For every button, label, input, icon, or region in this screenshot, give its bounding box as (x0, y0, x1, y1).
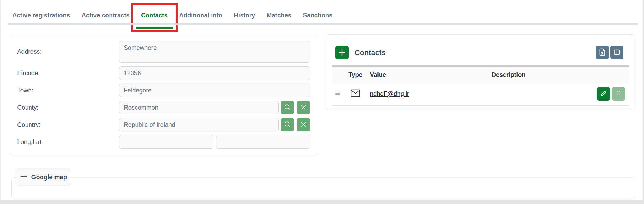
page-bottom-edge (0, 200, 644, 204)
county-lookup-button[interactable] (281, 101, 294, 114)
country-label: Country: (17, 121, 119, 128)
search-icon (283, 103, 292, 112)
drag-handle-icon[interactable] (332, 91, 348, 96)
form-row-country: Country: (17, 118, 310, 131)
table-row: ndhdF@dhg.ir (332, 82, 629, 106)
page: Active registrations Active contracts Co… (0, 0, 644, 204)
add-contact-button[interactable] (335, 46, 349, 59)
table-header-row: Type Value Description (332, 67, 629, 82)
page-left-edge (0, 0, 1, 204)
tab-sanctions[interactable]: Sanctions (303, 12, 332, 19)
eircode-label: Eircode: (17, 70, 119, 77)
edit-contact-button[interactable] (597, 87, 610, 101)
contact-value-link[interactable]: ndhdF@dhg.ir (370, 90, 409, 97)
contacts-header: Contacts (335, 46, 386, 59)
tab-active-contracts[interactable]: Active contracts (82, 12, 130, 19)
x-icon (300, 121, 307, 129)
google-map-button[interactable]: Google map (17, 168, 70, 186)
column-header-value: Value (370, 71, 492, 78)
contacts-panel-title: Contacts (355, 49, 386, 57)
contacts-toolbar (596, 46, 623, 59)
form-row-address: Address: Somewhere (17, 41, 310, 63)
county-clear-button[interactable] (297, 101, 310, 114)
tabbar-divider (8, 23, 638, 25)
tab-contacts[interactable]: Contacts (141, 12, 168, 19)
tab-bar: Active registrations Active contracts Co… (12, 8, 332, 23)
form-row-town: Town: (17, 84, 310, 97)
trash-icon (615, 90, 622, 98)
envelope-icon (348, 89, 370, 98)
google-map-button-label: Google map (31, 174, 67, 181)
tab-additional-info[interactable]: Additional info (179, 12, 222, 19)
tab-active-registrations[interactable]: Active registrations (12, 12, 70, 19)
town-label: Town: (17, 87, 119, 94)
eircode-input[interactable] (119, 66, 310, 80)
column-header-type: Type (348, 71, 370, 78)
contacts-table: Type Value Description (332, 65, 629, 106)
x-icon (300, 103, 307, 112)
tab-contacts-label: Contacts (141, 12, 168, 19)
address-label: Address: (17, 41, 119, 55)
country-input[interactable] (119, 118, 279, 131)
plus-icon (20, 172, 28, 182)
longitude-input[interactable] (119, 135, 213, 149)
town-input[interactable] (119, 84, 310, 97)
latitude-input[interactable] (216, 135, 310, 149)
export-excel-button[interactable] (596, 46, 609, 59)
form-row-longlat: Long,Lat: (17, 135, 310, 149)
pencil-icon (600, 90, 607, 98)
country-clear-button[interactable] (297, 118, 310, 131)
form-row-eircode: Eircode: (17, 66, 310, 80)
active-tab-indicator (136, 27, 173, 29)
column-header-description: Description (492, 71, 589, 78)
map-placeholder-panel (11, 177, 635, 198)
delete-contact-button[interactable] (612, 87, 625, 101)
address-input[interactable]: Somewhere (119, 41, 310, 63)
address-panel: Address: Somewhere Eircode: Town: County… (10, 35, 318, 155)
table-top-bar (332, 65, 629, 67)
contacts-panel: Contacts (326, 34, 635, 109)
search-icon (283, 120, 292, 129)
tab-history[interactable]: History (234, 12, 255, 19)
columns-icon-button[interactable] (610, 46, 623, 59)
country-lookup-button[interactable] (281, 118, 294, 131)
form-row-county: County: (17, 101, 310, 114)
row-actions (589, 87, 629, 101)
columns-icon (613, 48, 621, 57)
tab-matches[interactable]: Matches (267, 12, 291, 19)
county-input[interactable] (119, 101, 279, 114)
excel-file-icon (599, 48, 606, 57)
plus-icon (337, 48, 347, 58)
county-label: County: (17, 104, 119, 111)
longlat-label: Long,Lat: (17, 138, 119, 146)
